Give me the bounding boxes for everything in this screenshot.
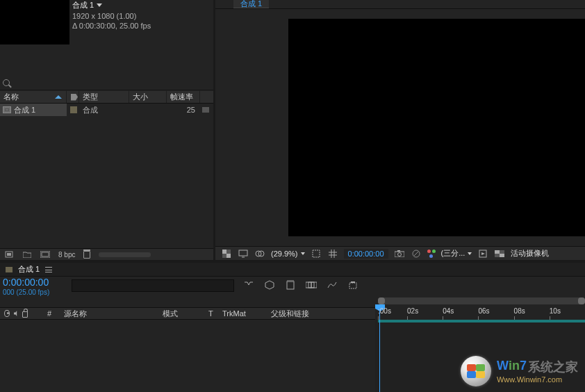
graph-editor-icon[interactable] <box>327 279 338 291</box>
project-column-headers: 名称 类型 大小 帧速率 <box>0 91 213 104</box>
timeline-column-headers: # 源名称 模式 T TrkMat 父级和链接 <box>0 307 375 320</box>
project-item-label[interactable] <box>67 104 79 116</box>
new-comp-icon[interactable] <box>40 250 50 259</box>
col-header-size[interactable]: 大小 <box>129 91 167 103</box>
col-header-type[interactable]: 类型 <box>79 91 129 103</box>
viewer-panel: 合成 1 (29.9%) 0:00:00:00 <box>215 0 585 260</box>
timeline-track-area[interactable] <box>375 320 585 392</box>
shy-icon[interactable] <box>347 279 359 291</box>
svg-rect-19 <box>500 250 504 254</box>
col-header-fps[interactable]: 帧速率 <box>167 91 200 103</box>
col-av-speaker[interactable] <box>10 308 18 319</box>
motion-blur-icon[interactable] <box>306 279 317 291</box>
svg-rect-14 <box>397 250 400 252</box>
timeline-search[interactable] <box>72 279 234 292</box>
project-comp-duration: Δ 0:00:30:00, 25.00 fps <box>72 22 151 30</box>
interpret-footage-icon[interactable] <box>4 250 14 259</box>
project-comp-thumbnail[interactable] <box>0 0 69 44</box>
viewer-footer: (29.9%) 0:00:00:00 (三分... 活动摄像机 <box>215 246 585 260</box>
svg-rect-7 <box>239 250 247 256</box>
label-swatch-icon <box>70 106 77 113</box>
svg-rect-21 <box>287 281 294 289</box>
svg-rect-26 <box>349 283 356 288</box>
col-source-name[interactable]: 源名称 <box>60 308 158 319</box>
project-footer: 8 bpc <box>0 248 213 260</box>
viewer-tab[interactable]: 合成 1 <box>233 0 269 8</box>
svg-point-13 <box>397 252 401 256</box>
col-parent[interactable]: 父级和链接 <box>267 308 375 319</box>
svg-line-16 <box>414 252 418 256</box>
frame-blend-icon[interactable] <box>285 279 296 291</box>
composition-icon <box>3 106 11 113</box>
col-hash[interactable]: # <box>43 308 60 319</box>
mask-toggle-icon[interactable] <box>254 249 265 259</box>
zoom-dropdown[interactable]: (29.9%) <box>271 250 305 258</box>
project-comp-name: 合成 1 <box>72 0 94 10</box>
col-av-lock[interactable] <box>18 308 28 319</box>
col-mode[interactable]: 模式 <box>158 308 204 319</box>
project-item-row[interactable]: 合成 1 合成 25 <box>0 104 213 116</box>
col-t[interactable]: T <box>204 308 218 319</box>
tag-icon <box>71 94 78 101</box>
transparency-grid-icon[interactable] <box>494 249 505 259</box>
svg-rect-6 <box>222 254 226 258</box>
col-label[interactable] <box>28 308 43 319</box>
svg-rect-20 <box>495 254 500 257</box>
work-area-bar[interactable] <box>378 297 585 304</box>
camera-dropdown[interactable]: 活动摄像机 <box>511 248 549 259</box>
trash-icon[interactable] <box>83 251 90 259</box>
comp-mini-flow-icon[interactable] <box>243 279 254 291</box>
project-comp-dims: 1920 x 1080 (1.00) <box>72 12 151 20</box>
color-management-icon[interactable] <box>427 250 436 258</box>
project-zoom-slider[interactable] <box>99 252 151 257</box>
col-trkmat[interactable]: TrkMat <box>218 308 267 319</box>
project-search-row[interactable] <box>0 75 213 90</box>
show-channel-icon[interactable] <box>411 249 422 259</box>
timeline-timecode[interactable]: 0:00:00:00 <box>3 277 49 288</box>
preview-viewport[interactable] <box>288 19 585 236</box>
comp-dropdown-icon[interactable] <box>97 3 102 7</box>
timeline-tools <box>243 279 359 291</box>
svg-rect-27 <box>351 281 355 283</box>
timeline-fps: 000 (25.00 fps) <box>3 288 49 296</box>
timeline-ruler[interactable]: :00s 02s 04s 06s 08s 10s <box>375 297 585 320</box>
ruler-ticks: :00s 02s 04s 06s 08s 10s <box>378 307 585 318</box>
project-item-size <box>129 104 167 116</box>
svg-rect-11 <box>313 250 320 257</box>
snapshot-icon[interactable] <box>394 249 405 259</box>
col-header-label[interactable] <box>67 91 79 103</box>
project-item-name-cell[interactable]: 合成 1 <box>0 104 67 116</box>
fast-preview-icon[interactable] <box>477 249 488 259</box>
timeline-tab-row: 合成 1 <box>0 263 585 277</box>
col-av-eye[interactable] <box>0 308 10 319</box>
quality-dropdown[interactable]: (三分... <box>441 248 472 259</box>
timeline-panel: 合成 1 0:00:00:00 000 (25.00 fps) <box>0 263 585 392</box>
cti-line[interactable] <box>379 307 380 392</box>
monitor-icon[interactable] <box>238 249 249 259</box>
svg-rect-5 <box>226 250 231 254</box>
search-icon <box>3 79 10 86</box>
project-comp-info: 合成 1 1920 x 1080 (1.00) Δ 0:00:30:00, 25… <box>72 0 151 30</box>
project-panel: 合成 1 1920 x 1080 (1.00) Δ 0:00:30:00, 25… <box>0 0 213 260</box>
draft3d-icon[interactable] <box>264 279 275 291</box>
roi-icon[interactable] <box>311 249 322 259</box>
project-item-type: 合成 <box>79 104 129 116</box>
chevron-down-icon <box>301 252 305 255</box>
alpha-toggle-icon[interactable] <box>221 249 232 259</box>
flowchart-icon[interactable] <box>202 107 209 113</box>
sort-asc-icon <box>55 95 62 99</box>
col-header-name[interactable]: 名称 <box>0 91 67 103</box>
eye-icon <box>4 310 10 317</box>
viewer-timecode[interactable]: 0:00:00:00 <box>344 249 388 259</box>
svg-rect-1 <box>7 253 11 256</box>
bpc-label[interactable]: 8 bpc <box>58 250 75 259</box>
comp-duration-bar[interactable] <box>378 320 585 322</box>
chevron-down-icon <box>468 252 472 255</box>
timeline-layer-area[interactable] <box>0 320 375 392</box>
lock-icon <box>22 311 28 318</box>
grid-toggle-icon[interactable] <box>327 249 338 259</box>
new-folder-icon[interactable] <box>22 250 32 259</box>
project-item-fps: 25 <box>167 104 200 116</box>
panel-menu-icon[interactable] <box>45 267 52 272</box>
timeline-tab[interactable]: 合成 1 <box>18 264 40 275</box>
